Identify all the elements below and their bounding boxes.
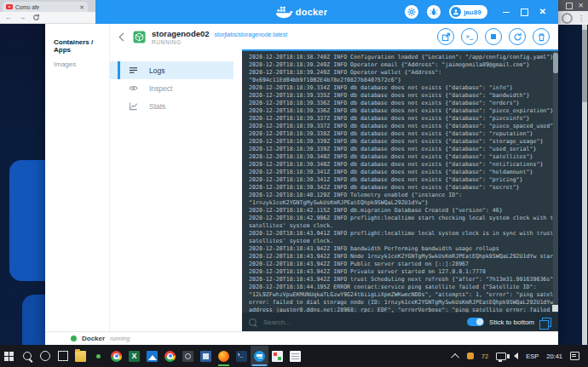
report-bug-button[interactable]: [427, 5, 441, 19]
network-icon: [496, 353, 506, 360]
log-line: 2020-12-20T18:18:43.942Z INFO Public ser…: [249, 261, 546, 268]
docker-titlebar: docker: [45, 0, 558, 24]
log-line: 2020-12-20T18:18:39.335Z INFO db databas…: [249, 92, 546, 100]
logs-scrollbar-thumb[interactable]: [553, 53, 558, 73]
forward-arrow-icon[interactable]: →: [19, 14, 26, 21]
tray-app-button[interactable]: [467, 353, 474, 359]
maximize-icon[interactable]: [566, 3, 573, 9]
browser-scrollbar[interactable]: [582, 25, 587, 345]
gear-icon: [407, 8, 416, 16]
browser-scrollbar-thumb[interactable]: [582, 30, 587, 102]
logs-icon: [129, 66, 138, 75]
logs-scroll-down-button[interactable]: [552, 305, 558, 312]
container-header: storagenode02 storjlabs/storagenode:late…: [110, 24, 558, 49]
video-app-icon: [200, 351, 211, 362]
action-center-button[interactable]: [570, 352, 579, 360]
taskbar-app-indicator-dot[interactable]: [89, 346, 107, 366]
log-line: 2020-12-20T18:18:39.336Z INFO db databas…: [249, 100, 546, 107]
stick-to-bottom-toggle[interactable]: [467, 318, 484, 326]
tray-temperature[interactable]: 72: [481, 353, 488, 360]
docker-brand: docker: [276, 0, 327, 24]
log-line: satellites' system clock.: [249, 222, 546, 230]
taskbar-app-image-viewer[interactable]: [179, 346, 197, 366]
notification-icon: [570, 352, 579, 360]
cortana-button[interactable]: [36, 346, 54, 366]
sidebar-item-images[interactable]: Images: [45, 57, 109, 72]
browser-tab[interactable]: Como afe ✕: [3, 2, 88, 12]
stick-to-bottom-label: Stick to bottom: [489, 318, 534, 326]
log-line: 2020-12-20T18:18:42.115Z INFO db.migrati…: [249, 207, 546, 215]
log-line: "1rnzyk1ceK2YGNTgMySwkUsKmRJPEatEQhpk9SW…: [249, 199, 546, 207]
tray-expand-button[interactable]: [453, 353, 459, 359]
start-button[interactable]: [0, 346, 18, 366]
container-status: RUNNING: [152, 39, 287, 45]
logs-scrollbar[interactable]: [553, 51, 558, 313]
stop-icon: [491, 34, 496, 39]
bug-icon: [429, 8, 438, 16]
restart-button[interactable]: [509, 28, 526, 45]
taskbar-app-excel[interactable]: [125, 346, 143, 366]
background-browser-content: [558, 25, 588, 345]
background-browser-right: ✕ ⋮: [558, 0, 588, 345]
image-viewer-icon: [182, 351, 193, 362]
user-avatar-icon: [451, 7, 461, 17]
browser-toolbar: ← →: [0, 12, 95, 24]
taskbar-app-docker[interactable]: [251, 346, 268, 366]
chevron-up-icon: [451, 353, 459, 361]
background-window-titlebar: ✕: [558, 0, 588, 11]
cli-button[interactable]: >_: [461, 28, 478, 45]
logs-panel: 2020-12-20T18:18:38.740Z INFO Configurat…: [242, 49, 558, 331]
copy-icon[interactable]: [542, 318, 551, 327]
sidebar-item-containers-apps[interactable]: Containers / Apps: [45, 35, 109, 57]
user-account-button[interactable]: jau89: [449, 5, 487, 19]
paint-icon: [272, 351, 283, 362]
taskbar-search-button[interactable]: [18, 346, 36, 366]
menu-dots-icon[interactable]: ⋮: [578, 14, 585, 22]
browser-tabstrip: Como afe ✕: [0, 0, 95, 12]
background-browser-page: [0, 0, 47, 345]
taskbar-app-chrome-2[interactable]: [161, 346, 179, 366]
volume-button[interactable]: [514, 353, 518, 359]
taskbar-app-file-explorer[interactable]: [72, 346, 89, 366]
taskbar-app-paint[interactable]: [268, 346, 286, 366]
minimize-button[interactable]: [503, 12, 510, 13]
notepad-icon: [290, 351, 301, 362]
language-indicator[interactable]: ESP: [526, 353, 539, 360]
taskbar-app-powershell[interactable]: [233, 346, 251, 366]
log-line: 2020-12-20T18:18:39.339Z INFO db databas…: [249, 138, 546, 146]
log-line: 2020-12-20T18:18:39.337Z INFO db databas…: [249, 123, 546, 130]
log-lines[interactable]: 2020-12-20T18:18:38.740Z INFO Configurat…: [242, 51, 558, 313]
log-line: 2020-12-20T18:18:39.337Z INFO db databas…: [249, 115, 546, 123]
taskbar-app-chrome[interactable]: [107, 346, 125, 366]
reload-icon[interactable]: [32, 14, 40, 21]
clock[interactable]: 20:41: [546, 353, 562, 360]
docker-sidebar: Containers / Apps Images: [45, 24, 109, 331]
tab-close-icon[interactable]: ✕: [79, 4, 84, 10]
taskbar-app-video-app[interactable]: [197, 346, 215, 366]
taskbar-app-firefox[interactable]: [215, 346, 233, 366]
background-browser-toolbar: ⋮: [558, 11, 588, 25]
tab-inspect[interactable]: Inspect: [110, 79, 233, 97]
delete-button[interactable]: [533, 28, 550, 45]
network-button[interactable]: [496, 353, 506, 360]
close-button[interactable]: ✕: [539, 8, 546, 16]
open-in-browser-button[interactable]: [437, 28, 454, 45]
taskbar-app-notepad[interactable]: [286, 346, 304, 366]
tab-logs[interactable]: Logs: [110, 61, 233, 79]
taskbar-app-photos-app[interactable]: [143, 346, 161, 366]
back-chevron-icon[interactable]: [119, 32, 128, 41]
profile-icon[interactable]: [562, 13, 573, 24]
search-input[interactable]: [262, 318, 393, 327]
stop-button[interactable]: [485, 28, 502, 45]
settings-button[interactable]: [405, 5, 418, 19]
windows-taskbar: 72 ESP 20:41: [0, 345, 588, 367]
close-icon[interactable]: ✕: [578, 3, 584, 9]
youtube-icon: [6, 4, 13, 9]
back-arrow-icon[interactable]: ←: [5, 14, 12, 21]
task-view-button[interactable]: [54, 346, 72, 366]
eye-icon: [129, 83, 138, 93]
maximize-button[interactable]: [521, 9, 528, 16]
tab-stats[interactable]: Stats: [110, 97, 233, 115]
log-line: 2020-12-20T18:18:43.942Z INFO Node 1rnzy…: [249, 253, 546, 261]
container-image-link[interactable]: storjlabs/storagenode:latest: [215, 32, 288, 37]
